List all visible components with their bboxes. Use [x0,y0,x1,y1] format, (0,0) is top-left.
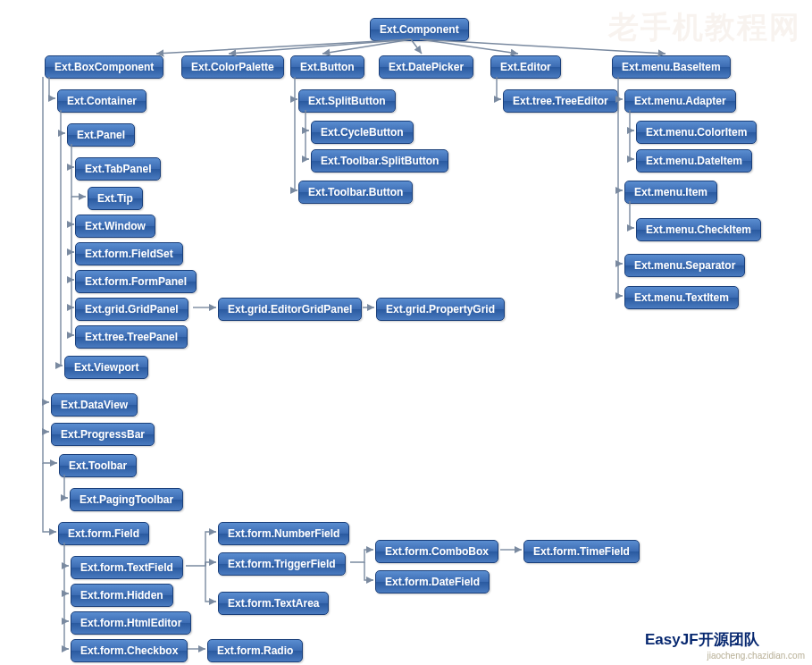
node-dataview: Ext.DataView [51,393,138,417]
node-form-radio: Ext.form.Radio [207,639,303,662]
node-viewport: Ext.Viewport [64,356,148,379]
node-toolbar-splitbutton: Ext.Toolbar.SplitButton [311,149,448,173]
node-component: Ext.Component [370,18,469,41]
node-form-textarea: Ext.form.TextArea [218,592,329,615]
credit-label: EasyJF开源团队 [645,629,759,650]
node-button: Ext.Button [290,55,364,79]
node-form-htmleditor: Ext.form.HtmlEditor [71,611,191,635]
node-container: Ext.Container [57,89,146,113]
watermark-big: 老手机教程网 [608,7,801,48]
node-form-checkbox: Ext.form.Checkbox [71,639,188,662]
node-form-datefield: Ext.form.DateField [375,570,490,593]
node-splitbutton: Ext.SplitButton [298,89,396,113]
node-menu-checkitem: Ext.menu.CheckItem [636,218,761,241]
node-grid-editorgridpanel: Ext.grid.EditorGridPanel [218,298,362,321]
node-menu-baseitem: Ext.menu.BaseItem [612,55,731,79]
node-toolbar: Ext.Toolbar [59,454,137,477]
node-menu-coloritem: Ext.menu.ColorItem [636,121,757,144]
node-tabpanel: Ext.TabPanel [75,157,161,181]
node-grid-gridpanel: Ext.grid.GridPanel [75,298,188,321]
node-menu-textitem: Ext.menu.TextItem [624,286,739,309]
node-form-field: Ext.form.Field [58,522,149,545]
node-form-fieldset: Ext.form.FieldSet [75,242,183,265]
node-grid-propertygrid: Ext.grid.PropertyGrid [376,298,505,321]
node-boxcomponent: Ext.BoxComponent [45,55,163,79]
node-menu-dateitem: Ext.menu.DateItem [636,149,752,173]
watermark-small: jiaocheng.chazidian.com [707,651,805,661]
node-progressbar: Ext.ProgressBar [51,423,155,446]
node-menu-separator: Ext.menu.Separator [624,254,745,277]
node-tip: Ext.Tip [88,187,143,210]
node-form-hidden: Ext.form.Hidden [71,584,173,607]
node-form-textfield: Ext.form.TextField [71,556,183,579]
node-cyclebutton: Ext.CycleButton [311,121,414,144]
node-form-formpanel: Ext.form.FormPanel [75,270,197,293]
node-form-triggerfield: Ext.form.TriggerField [218,552,346,576]
node-tree-treeeditor: Ext.tree.TreeEditor [503,89,618,113]
node-pagingtoolbar: Ext.PagingToolbar [70,488,183,511]
node-form-numberfield: Ext.form.NumberField [218,522,349,545]
node-colorpalette: Ext.ColorPalette [181,55,284,79]
node-datepicker: Ext.DatePicker [379,55,473,79]
node-toolbar-button: Ext.Toolbar.Button [298,181,413,204]
node-menu-item: Ext.menu.Item [624,181,717,204]
node-panel: Ext.Panel [67,123,135,147]
node-editor: Ext.Editor [490,55,561,79]
node-menu-adapter: Ext.menu.Adapter [624,89,736,113]
node-form-combobox: Ext.form.ComboBox [375,540,498,563]
node-tree-treepanel: Ext.tree.TreePanel [75,325,188,349]
node-form-timefield: Ext.form.TimeField [523,540,640,563]
node-window: Ext.Window [75,215,155,238]
